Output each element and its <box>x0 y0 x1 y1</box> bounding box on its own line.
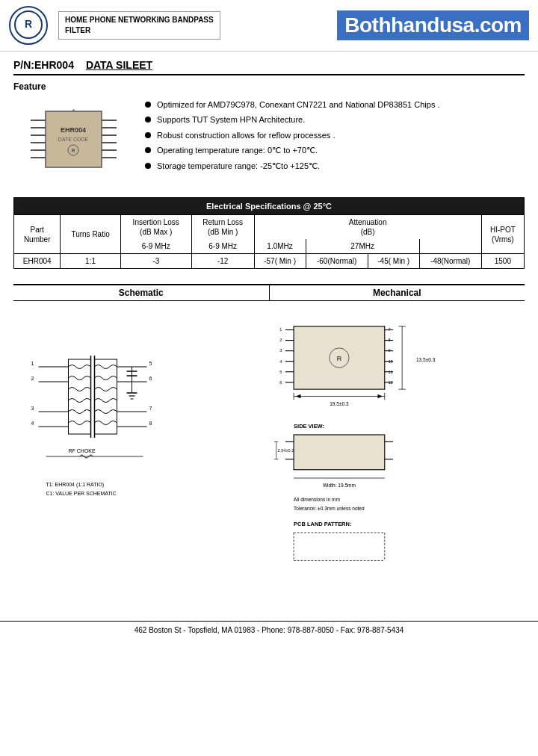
svg-text:R: R <box>71 148 75 153</box>
svg-text:4: 4 <box>31 421 34 426</box>
svg-text:C1: VALUE PER SCHEMATIC: C1: VALUE PER SCHEMATIC <box>46 491 117 496</box>
row-att-45: -45( Min ) <box>368 254 419 269</box>
svg-text:1: 1 <box>31 361 34 366</box>
bullet-icon <box>145 132 151 138</box>
title-row: P/N:EHR004 DATA SILEET <box>13 59 525 75</box>
svg-text:5: 5 <box>149 361 152 366</box>
svg-marker-82 <box>377 394 383 399</box>
svg-rect-23 <box>69 359 91 434</box>
col-hipot-label: HI-POT(Vrms) <box>481 215 524 254</box>
list-item: Storage temperature range: -25℃to +125℃. <box>145 161 525 172</box>
svg-text:EHR004: EHR004 <box>60 126 85 134</box>
svg-text:DATE CODE: DATE CODE <box>58 137 88 142</box>
svg-text:3: 3 <box>31 406 34 411</box>
feature-list: Optimized for AMD79C978, Conexant CN7221… <box>145 96 525 182</box>
svg-text:T1: EHR004 (1:1 RATIO): T1: EHR004 (1:1 RATIO) <box>46 482 105 488</box>
svg-text:All dimensions in mm: All dimensions in mm <box>294 497 340 502</box>
row-return-loss: -12 <box>191 254 254 269</box>
electrical-specs-section: Electrical Specifications @ 25°C PartNum… <box>13 197 525 269</box>
component-image: EHR004 DATE CODE R <box>13 96 133 182</box>
data-label-title: DATA SILEET <box>86 59 152 71</box>
feature-text-5: Storage temperature range: -25℃to +125℃. <box>157 161 320 172</box>
feature-content: EHR004 DATE CODE R <box>13 96 525 182</box>
bullet-icon <box>145 117 151 123</box>
svg-text:3: 3 <box>279 349 282 353</box>
row-turns-ratio: 1:1 <box>61 254 120 269</box>
brand-area: Bothhandusa.com <box>337 10 529 40</box>
col-att-1mhz-header: 1.0MHz <box>254 239 306 254</box>
svg-text:4: 4 <box>279 359 282 364</box>
svg-rect-88 <box>294 435 385 470</box>
list-item: Optimized for AMD79C978, Conexant CN7221… <box>145 99 525 111</box>
col-return-loss-label: Return Loss(dB Min ) <box>191 215 254 240</box>
footer-text: 462 Boston St - Topsfield, MA 01983 - Ph… <box>134 626 404 634</box>
row-hipot: 1500 <box>481 254 524 269</box>
svg-text:R: R <box>337 355 342 362</box>
mechanical-area: R 1 2 3 4 5 6 7 8 9 10 11 12 <box>273 307 525 591</box>
schematic-mechanical-section: Schematic Mechanical <box>13 284 525 591</box>
feature-text-2: Supports TUT System HPN Architecture. <box>157 114 305 126</box>
row-part-number: EHR004 <box>14 254 61 269</box>
row-insertion-loss: -3 <box>120 254 191 269</box>
bullet-icon <box>145 102 151 108</box>
svg-text:R: R <box>25 18 32 30</box>
mechanical-label: Mechanical <box>270 285 525 300</box>
row-att-48: -48(Normal) <box>419 254 481 269</box>
svg-text:6: 6 <box>279 380 282 385</box>
row-att-57: -57( Min ) <box>254 254 306 269</box>
page-header: R HOME PHONE NETWORKING BANDPASS FILTER … <box>0 0 538 52</box>
svg-text:2: 2 <box>31 376 34 381</box>
svg-text:1: 1 <box>279 328 282 332</box>
col-turns-ratio: Turns Ratio <box>61 215 120 254</box>
header-product-info: HOME PHONE NETWORKING BANDPASS FILTER <box>58 11 337 40</box>
svg-text:Tolerance: ±0.3mm unless noted: Tolerance: ±0.3mm unless noted <box>294 506 365 511</box>
svg-text:7: 7 <box>149 406 152 411</box>
list-item: Operating temperature range: 0℃ to +70℃. <box>145 145 525 156</box>
svg-text:Width: 19.5mm: Width: 19.5mm <box>323 483 356 488</box>
col-insertion-freq: 6-9 MHz <box>120 239 191 254</box>
sch-mech-content: 1 2 3 4 5 6 7 8 T1: EHR004 (1:1 RATIO) C… <box>13 307 525 591</box>
svg-text:2: 2 <box>279 338 282 343</box>
svg-text:13.5±0.3: 13.5±0.3 <box>416 357 436 362</box>
product-line-box: HOME PHONE NETWORKING BANDPASS FILTER <box>58 11 220 40</box>
svg-text:8: 8 <box>149 421 152 426</box>
feature-section: Feature EHR004 DATE CODE R <box>13 81 525 182</box>
feature-text-4: Operating temperature range: 0℃ to +70℃. <box>157 145 318 156</box>
schematic-svg: 1 2 3 4 5 6 7 8 T1: EHR004 (1:1 RATIO) C… <box>13 307 265 583</box>
col-part-number: PartNumber <box>14 215 61 254</box>
product-line-text: HOME PHONE NETWORKING BANDPASS FILTER <box>65 16 214 34</box>
row-att-60: -60(Normal) <box>306 254 368 269</box>
part-number-title: P/N:EHR004 <box>13 59 74 71</box>
table-header: Electrical Specifications @ 25°C <box>14 198 525 215</box>
svg-text:SIDE VIEW:: SIDE VIEW: <box>294 423 324 430</box>
list-item: Robust construction allows for reflow pr… <box>145 130 525 141</box>
component-drawing: EHR004 DATE CODE R <box>19 96 128 182</box>
sch-mech-header: Schematic Mechanical <box>13 284 525 301</box>
svg-text:5: 5 <box>279 370 282 374</box>
svg-text:19.5±0.3: 19.5±0.3 <box>330 401 349 406</box>
svg-text:PCB LAND PATTERN:: PCB LAND PATTERN: <box>294 521 351 527</box>
feature-text-3: Robust construction allows for reflow pr… <box>157 130 335 141</box>
col-att-27mhz-header: 27MHz <box>306 239 419 254</box>
feature-label: Feature <box>13 81 525 92</box>
bullet-icon <box>145 147 151 153</box>
schematic-area: 1 2 3 4 5 6 7 8 T1: EHR004 (1:1 RATIO) C… <box>13 307 265 591</box>
brand-name: Bothhandusa.com <box>344 13 522 37</box>
mechanical-svg: R 1 2 3 4 5 6 7 8 9 10 11 12 <box>273 307 525 583</box>
bullet-icon <box>145 163 151 169</box>
page-footer: 462 Boston St - Topsfield, MA 01983 - Ph… <box>0 621 538 639</box>
col-attenuation-label: Attenuation(dB) <box>254 215 481 240</box>
list-item: Supports TUT System HPN Architecture. <box>145 114 525 126</box>
col-return-freq: 6-9 MHz <box>191 239 254 254</box>
svg-text:6: 6 <box>149 376 152 381</box>
svg-text:2.54±0.2: 2.54±0.2 <box>278 449 294 453</box>
electrical-specs-table: Electrical Specifications @ 25°C PartNum… <box>13 197 525 269</box>
logo-text: R <box>13 10 43 42</box>
svg-rect-26 <box>95 359 117 434</box>
svg-marker-81 <box>296 394 301 399</box>
main-content: P/N:EHR004 DATA SILEET Feature EHR004 DA… <box>0 52 538 606</box>
feature-text-1: Optimized for AMD79C978, Conexant CN7221… <box>157 99 440 111</box>
schematic-label: Schematic <box>13 285 270 300</box>
company-logo: R <box>9 6 48 45</box>
svg-text:RF CHOKE: RF CHOKE <box>69 448 96 453</box>
